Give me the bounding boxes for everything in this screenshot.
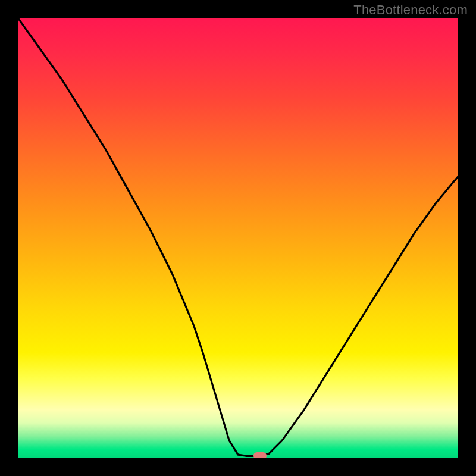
watermark-text: TheBottleneck.com: [353, 2, 468, 18]
chart-frame: TheBottleneck.com: [0, 0, 476, 476]
bottleneck-curve-svg: [18, 18, 458, 458]
bottleneck-curve-path: [18, 18, 458, 456]
optimal-point-marker: [253, 452, 267, 458]
plot-area: [18, 18, 458, 458]
